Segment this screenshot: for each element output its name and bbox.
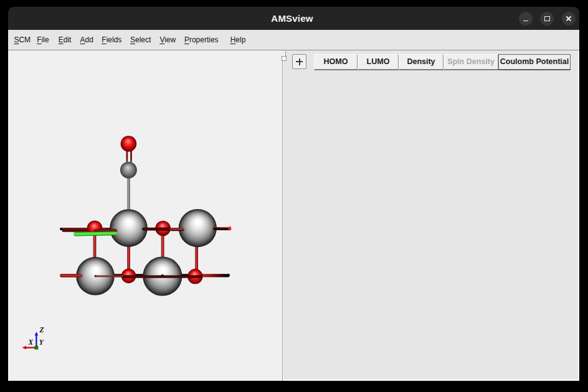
- svg-text:Y: Y: [39, 338, 44, 346]
- svg-text:Z: Z: [39, 326, 44, 334]
- svg-text:X: X: [28, 338, 34, 346]
